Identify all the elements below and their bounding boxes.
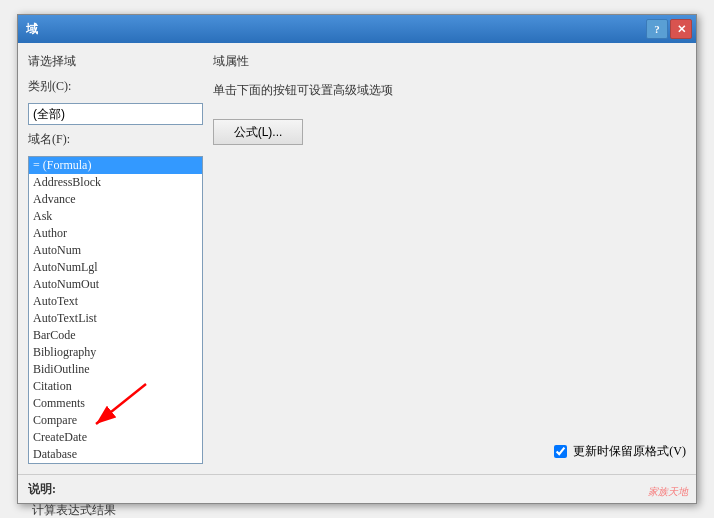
close-icon: ✕	[677, 23, 686, 36]
watermark: 家族天地	[648, 485, 688, 499]
list-item[interactable]: AutoNum	[29, 242, 202, 259]
list-item[interactable]: CreateDate	[29, 429, 202, 446]
category-select[interactable]: (全部)	[28, 103, 203, 125]
list-item[interactable]: Author	[29, 225, 202, 242]
close-button[interactable]: ✕	[670, 19, 692, 39]
dialog-content: 请选择域 类别(C): (全部) 域名(F): = (Formula)Addre…	[18, 43, 696, 474]
checkbox-label: 更新时保留原格式(V)	[573, 443, 686, 460]
list-item[interactable]: Advance	[29, 191, 202, 208]
category-label: 类别(C):	[28, 78, 203, 95]
title-text: 域	[26, 21, 38, 38]
description-text: 计算表达式结果	[28, 502, 686, 518]
description-label: 说明:	[28, 481, 686, 498]
formula-button[interactable]: 公式(L)...	[213, 119, 303, 145]
fields-list[interactable]: = (Formula)AddressBlockAdvanceAskAuthorA…	[28, 156, 203, 464]
checkbox-row: 更新时保留原格式(V)	[213, 443, 686, 460]
list-item[interactable]: AutoNumOut	[29, 276, 202, 293]
dialog-window: 域 ? ✕ 请选择域 类别(C): (全部) 域名(F): = (Formula…	[17, 14, 697, 504]
list-item[interactable]: Compare	[29, 412, 202, 429]
list-item[interactable]: AutoNumLgl	[29, 259, 202, 276]
list-item[interactable]: BarCode	[29, 327, 202, 344]
right-panel: 域属性 单击下面的按钮可设置高级域选项 公式(L)... 更新时保留原格式(V)	[213, 53, 686, 464]
fields-label: 域名(F):	[28, 131, 203, 148]
bottom-section: 说明: 计算表达式结果 域代码(I) 确定 取消	[18, 474, 696, 518]
help-icon: ?	[654, 23, 660, 35]
list-item[interactable]: Ask	[29, 208, 202, 225]
list-item[interactable]: Bibliography	[29, 344, 202, 361]
help-button[interactable]: ?	[646, 19, 668, 39]
title-bar: 域 ? ✕	[18, 15, 696, 43]
list-item[interactable]: Comments	[29, 395, 202, 412]
left-panel: 请选择域 类别(C): (全部) 域名(F): = (Formula)Addre…	[28, 53, 203, 464]
right-description: 单击下面的按钮可设置高级域选项	[213, 82, 686, 99]
list-item[interactable]: AddressBlock	[29, 174, 202, 191]
list-item[interactable]: Citation	[29, 378, 202, 395]
list-item[interactable]: AutoText	[29, 293, 202, 310]
panel-title: 请选择域	[28, 53, 203, 70]
category-select-wrapper: (全部)	[28, 103, 203, 125]
list-item[interactable]: AutoTextList	[29, 310, 202, 327]
list-item[interactable]: = (Formula)	[29, 157, 202, 174]
right-section-title: 域属性	[213, 53, 686, 70]
list-item[interactable]: BidiOutline	[29, 361, 202, 378]
list-item[interactable]: Database	[29, 446, 202, 463]
title-bar-buttons: ? ✕	[646, 19, 692, 39]
preserve-format-checkbox[interactable]	[554, 445, 567, 458]
right-spacer	[213, 153, 686, 435]
